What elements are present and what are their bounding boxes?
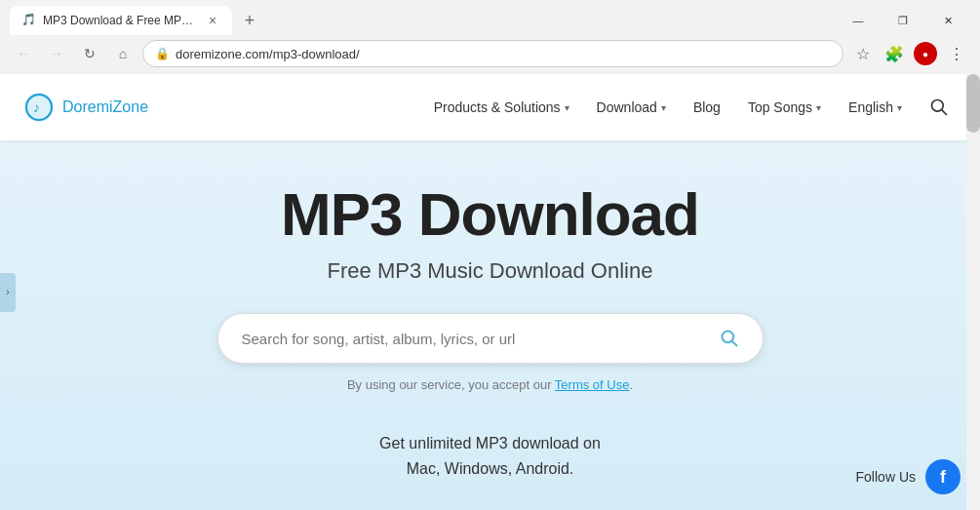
nav-search-icon[interactable] bbox=[921, 90, 957, 125]
logo-text: DoremiZone bbox=[62, 98, 148, 116]
site-header: ♪ DoremiZone Products & Solutions ▾ Down… bbox=[0, 74, 980, 140]
tab-favicon: 🎵 bbox=[21, 13, 37, 28]
sidebar-toggle[interactable]: › bbox=[0, 273, 16, 312]
nav-products[interactable]: Products & Solutions ▾ bbox=[422, 92, 581, 123]
nav-download[interactable]: Download ▾ bbox=[585, 92, 678, 123]
refresh-button[interactable]: ↻ bbox=[76, 40, 103, 67]
search-input[interactable] bbox=[242, 331, 712, 347]
extensions-icon[interactable]: 🧩 bbox=[881, 40, 908, 67]
facebook-icon[interactable]: f bbox=[925, 459, 960, 494]
logo-icon: ♪ bbox=[23, 92, 55, 123]
restore-button[interactable]: ❐ bbox=[881, 6, 925, 35]
follow-us-section: Follow Us f bbox=[856, 459, 960, 494]
nav-top-songs[interactable]: Top Songs ▾ bbox=[736, 92, 833, 123]
address-bar-row: ← → ↻ ⌂ 🔒 doremizone.com/mp3-download/ ☆… bbox=[0, 35, 980, 74]
website-content: ♪ DoremiZone Products & Solutions ▾ Down… bbox=[0, 74, 980, 510]
nav-menu: Products & Solutions ▾ Download ▾ Blog T… bbox=[422, 92, 914, 123]
svg-text:♪: ♪ bbox=[33, 99, 40, 115]
hero-title: MP3 Download bbox=[281, 179, 699, 249]
search-bar[interactable] bbox=[217, 313, 764, 364]
promo-section: Get unlimited MP3 download on Mac, Windo… bbox=[379, 431, 601, 481]
avatar-icon: ● bbox=[914, 42, 937, 65]
close-button[interactable]: ✕ bbox=[925, 6, 970, 35]
search-button[interactable] bbox=[712, 321, 747, 356]
menu-icon[interactable]: ⋮ bbox=[943, 40, 970, 67]
bookmark-icon[interactable]: ☆ bbox=[849, 40, 877, 67]
chevron-down-icon: ▾ bbox=[565, 102, 569, 113]
title-bar: 🎵 MP3 Download & Free MP3 Mus... × + — ❐… bbox=[0, 0, 980, 35]
back-button[interactable]: ← bbox=[10, 40, 37, 67]
toolbar-icons: ☆ 🧩 ● ⋮ bbox=[849, 40, 970, 67]
terms-text: By using our service, you accept our Ter… bbox=[347, 377, 633, 392]
scrollbar[interactable] bbox=[966, 74, 980, 510]
hero-subtitle: Free MP3 Music Download Online bbox=[328, 258, 653, 284]
hero-section: MP3 Download Free MP3 Music Download Onl… bbox=[0, 140, 980, 481]
scrollbar-thumb[interactable] bbox=[966, 74, 980, 133]
nav-blog[interactable]: Blog bbox=[682, 92, 732, 123]
new-tab-button[interactable]: + bbox=[236, 7, 263, 34]
svg-line-4 bbox=[942, 110, 947, 115]
chevron-down-icon: ▾ bbox=[897, 102, 902, 113]
follow-us-label: Follow Us bbox=[856, 469, 916, 485]
profile-avatar[interactable]: ● bbox=[912, 40, 939, 67]
terms-of-use-link[interactable]: Terms of Use bbox=[555, 377, 630, 392]
promo-text: Get unlimited MP3 download on Mac, Windo… bbox=[379, 431, 601, 481]
tab-title: MP3 Download & Free MP3 Mus... bbox=[43, 14, 199, 27]
tab-close-button[interactable]: × bbox=[205, 13, 220, 28]
nav-english[interactable]: English ▾ bbox=[837, 92, 914, 123]
chevron-down-icon: ▾ bbox=[816, 102, 821, 113]
logo[interactable]: ♪ DoremiZone bbox=[23, 92, 148, 123]
minimize-button[interactable]: — bbox=[836, 6, 881, 35]
window-controls: — ❐ ✕ bbox=[836, 6, 970, 35]
lock-icon: 🔒 bbox=[155, 47, 170, 60]
browser-tab[interactable]: 🎵 MP3 Download & Free MP3 Mus... × bbox=[10, 6, 232, 35]
home-button[interactable]: ⌂ bbox=[109, 40, 137, 67]
address-bar[interactable]: 🔒 doremizone.com/mp3-download/ bbox=[142, 40, 843, 67]
address-text: doremizone.com/mp3-download/ bbox=[176, 47, 831, 61]
forward-button[interactable]: → bbox=[43, 40, 70, 67]
svg-line-6 bbox=[731, 341, 736, 346]
chevron-down-icon: ▾ bbox=[661, 102, 666, 113]
browser-chrome: 🎵 MP3 Download & Free MP3 Mus... × + — ❐… bbox=[0, 0, 980, 74]
